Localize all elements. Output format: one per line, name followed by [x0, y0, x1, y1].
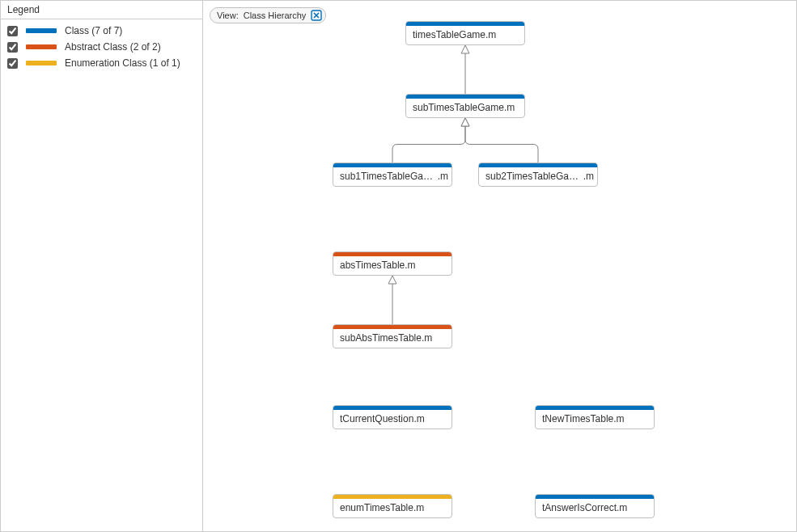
view-label: Class Hierarchy [244, 11, 307, 20]
legend-checkbox[interactable] [7, 58, 18, 69]
node-type-bar [333, 252, 451, 256]
close-icon[interactable] [311, 10, 322, 21]
diagram-canvas[interactable]: View: Class Hierarchy timesTableGame.msu… [203, 1, 796, 531]
class-node[interactable]: tNewTimesTable.m [535, 405, 655, 429]
node-label: timesTableGame.m [413, 29, 521, 40]
node-ext: .m [583, 171, 594, 182]
class-node[interactable]: sub1TimesTableGa….m [333, 163, 452, 187]
node-type-bar [333, 406, 451, 410]
view-prefix: View: [217, 11, 239, 20]
node-type-bar [406, 22, 524, 26]
legend-swatch [26, 61, 57, 65]
legend-panel: Legend Class (7 of 7)Abstract Class (2 o… [1, 1, 203, 531]
node-type-bar [536, 406, 654, 410]
legend-swatch [26, 44, 57, 49]
svg-marker-5 [461, 118, 469, 126]
legend-title: Legend [1, 1, 202, 19]
node-label: tAnswerIsCorrect.m [542, 502, 651, 513]
node-type-bar [406, 95, 524, 99]
class-node[interactable]: subTimesTableGame.m [405, 94, 525, 118]
legend-item: Class (7 of 7) [1, 23, 202, 39]
node-ext: .m [438, 171, 448, 182]
class-node[interactable]: subAbsTimesTable.m [333, 324, 452, 348]
legend-item: Abstract Class (2 of 2) [1, 39, 202, 55]
node-label: enumTimesTable.m [340, 502, 448, 513]
legend-label: Abstract Class (2 of 2) [65, 41, 161, 53]
legend-swatch [26, 28, 57, 33]
legend-item: Enumeration Class (1 of 1) [1, 55, 202, 71]
node-label: absTimesTable.m [340, 260, 448, 271]
node-type-bar [333, 163, 451, 167]
node-label: tCurrentQuestion.m [340, 413, 448, 424]
legend-checkbox[interactable] [7, 26, 18, 36]
svg-marker-3 [461, 45, 469, 53]
node-label: sub1TimesTableGa… [340, 171, 435, 182]
legend-label: Class (7 of 7) [65, 25, 122, 36]
legend-items: Class (7 of 7)Abstract Class (2 of 2)Enu… [1, 19, 202, 74]
node-label: subTimesTableGame.m [413, 102, 521, 113]
app-root: Legend Class (7 of 7)Abstract Class (2 o… [0, 0, 797, 532]
node-label: sub2TimesTableGa… [485, 171, 580, 182]
node-label: subAbsTimesTable.m [340, 332, 448, 344]
class-node[interactable]: timesTableGame.m [405, 21, 525, 45]
class-node[interactable]: tAnswerIsCorrect.m [535, 494, 655, 518]
class-node[interactable]: tCurrentQuestion.m [333, 405, 452, 429]
node-type-bar [333, 495, 451, 499]
class-node[interactable]: absTimesTable.m [333, 251, 452, 276]
svg-marker-6 [388, 276, 396, 284]
legend-label: Enumeration Class (1 of 1) [65, 57, 180, 69]
hierarchy-edges [203, 1, 796, 531]
class-node[interactable]: enumTimesTable.m [333, 494, 452, 518]
svg-marker-4 [461, 118, 469, 126]
node-type-bar [479, 163, 597, 167]
class-node[interactable]: sub2TimesTableGa….m [478, 163, 598, 187]
node-label: tNewTimesTable.m [542, 413, 651, 424]
legend-checkbox[interactable] [7, 42, 18, 53]
view-chip[interactable]: View: Class Hierarchy [210, 7, 326, 23]
node-type-bar [536, 495, 654, 499]
node-type-bar [333, 325, 451, 329]
